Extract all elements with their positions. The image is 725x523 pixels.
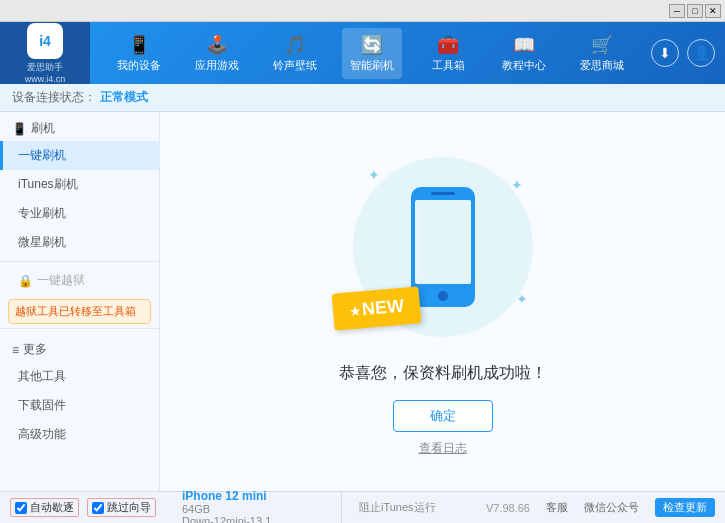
logo[interactable]: i4 爱思助手 www.i4.cn [0,22,90,84]
smart-flash-icon: 🔄 [361,34,383,56]
svg-point-3 [438,291,448,301]
bottom-right: V7.98.66 客服 微信公众号 检查更新 [486,498,715,517]
jailbreak-label: 一键越狱 [37,272,85,289]
success-message: 恭喜您，保资料刷机成功啦！ [339,363,547,384]
sidebar-item-other-tools[interactable]: 其他工具 [0,362,159,391]
tutorials-label: 教程中心 [502,58,546,73]
sidebar-divider-1 [0,261,159,262]
one-click-flash-label: 一键刷机 [18,148,66,162]
svg-rect-1 [415,200,471,284]
sparkle-3: ✦ [516,291,528,307]
my-device-label: 我的设备 [117,58,161,73]
nav-item-smart-flash[interactable]: 🔄 智能刷机 [342,28,402,79]
nav-bar: 📱 我的设备 🕹️ 应用游戏 🎵 铃声壁纸 🔄 智能刷机 🧰 工具箱 📖 教程中… [90,28,651,79]
new-badge: NEW [331,286,421,330]
logo-url: www.i4.cn [25,74,66,84]
nav-item-ringtones[interactable]: 🎵 铃声壁纸 [265,28,325,79]
store-icon: 🛒 [591,34,613,56]
jailbreak-notice: 越狱工具已转移至工具箱 [8,299,151,324]
logo-icon: i4 [27,23,63,59]
auto-dismiss-checkbox[interactable]: 自动歇逐 [10,498,79,517]
header-right: ⬇ 👤 [651,39,725,67]
tools-icon: 🧰 [437,34,459,56]
flash-section-icon: 📱 [12,122,27,136]
sidebar-divider-2 [0,328,159,329]
download-firmware-label: 下载固件 [18,398,66,412]
logo-brand: 爱思助手 [27,61,63,74]
tutorials-icon: 📖 [513,34,535,56]
skip-wizard-input[interactable] [92,502,104,514]
sidebar-section-flash: 📱 刷机 [0,112,159,141]
success-illustration: NEW ✦ ✦ ✦ [343,147,543,347]
window-controls[interactable]: ─ □ ✕ [669,4,721,18]
check-update-button[interactable]: 检查更新 [655,498,715,517]
sidebar-item-recovery-flash[interactable]: 微星刷机 [0,228,159,257]
ringtones-icon: 🎵 [284,34,306,56]
bottom-bar: 自动歇逐 跳过向导 iPhone 12 mini 64GB Down-12min… [0,491,725,523]
sidebar-item-download-firmware[interactable]: 下载固件 [0,391,159,420]
store-label: 爱思商城 [580,58,624,73]
advanced-label: 高级功能 [18,427,66,441]
status-bar: 设备连接状态： 正常模式 [0,84,725,112]
svg-rect-2 [431,192,455,195]
user-button[interactable]: 👤 [687,39,715,67]
main-layout: 📱 刷机 一键刷机 iTunes刷机 专业刷机 微星刷机 🔒 一键越狱 越狱工具… [0,112,725,491]
nav-item-tools[interactable]: 🧰 工具箱 [420,28,476,79]
skip-wizard-label: 跳过向导 [107,500,151,515]
device-storage: 64GB [182,503,331,515]
download-button[interactable]: ⬇ [651,39,679,67]
apps-games-label: 应用游戏 [195,58,239,73]
flash-section-title: 刷机 [31,120,55,137]
itunes-flash-label: iTunes刷机 [18,177,78,191]
sparkle-1: ✦ [368,167,380,183]
sidebar: 📱 刷机 一键刷机 iTunes刷机 专业刷机 微星刷机 🔒 一键越狱 越狱工具… [0,112,160,491]
view-log-link[interactable]: 查看日志 [419,440,467,457]
header: i4 爱思助手 www.i4.cn 📱 我的设备 🕹️ 应用游戏 🎵 铃声壁纸 … [0,22,725,84]
sidebar-item-advanced[interactable]: 高级功能 [0,420,159,449]
tools-label: 工具箱 [432,58,465,73]
nav-item-store[interactable]: 🛒 爱思商城 [572,28,632,79]
device-firmware: Down-12mini-13,1 [182,515,331,524]
other-tools-label: 其他工具 [18,369,66,383]
minimize-button[interactable]: ─ [669,4,685,18]
bottom-checkboxes: 自动歇逐 跳过向导 [10,498,170,517]
sparkle-2: ✦ [511,177,523,193]
close-button[interactable]: ✕ [705,4,721,18]
lock-icon: 🔒 [18,274,33,288]
stop-itunes-button[interactable]: 阻止iTunes运行 [359,500,436,515]
wechat-link[interactable]: 微信公众号 [584,500,639,515]
auto-dismiss-input[interactable] [15,502,27,514]
title-bar: ─ □ ✕ [0,0,725,22]
confirm-button[interactable]: 确定 [393,400,493,432]
smart-flash-label: 智能刷机 [350,58,394,73]
skip-wizard-checkbox[interactable]: 跳过向导 [87,498,156,517]
nav-item-tutorials[interactable]: 📖 教程中心 [494,28,554,79]
customer-service-link[interactable]: 客服 [546,500,568,515]
auto-dismiss-label: 自动歇逐 [30,500,74,515]
device-info: iPhone 12 mini 64GB Down-12mini-13,1 [182,489,342,524]
nav-item-apps-games[interactable]: 🕹️ 应用游戏 [187,28,247,79]
sidebar-item-one-click-flash[interactable]: 一键刷机 [0,141,159,170]
sidebar-item-itunes-flash[interactable]: iTunes刷机 [0,170,159,199]
more-section-title: 更多 [23,341,47,358]
bottom-center: 阻止iTunes运行 [359,500,474,515]
apps-games-icon: 🕹️ [206,34,228,56]
nav-item-my-device[interactable]: 📱 我的设备 [109,28,169,79]
sidebar-jailbreak-disabled: 🔒 一键越狱 [0,266,159,295]
sidebar-item-pro-flash[interactable]: 专业刷机 [0,199,159,228]
status-value: 正常模式 [100,89,148,106]
jailbreak-notice-text: 越狱工具已转移至工具箱 [15,305,136,317]
maximize-button[interactable]: □ [687,4,703,18]
content-area: NEW ✦ ✦ ✦ 恭喜您，保资料刷机成功啦！ 确定 查看日志 [160,112,725,491]
version-label: V7.98.66 [486,502,530,514]
my-device-icon: 📱 [128,34,150,56]
pro-flash-label: 专业刷机 [18,206,66,220]
ringtones-label: 铃声壁纸 [273,58,317,73]
status-label: 设备连接状态： [12,89,96,106]
logo-text: i4 [39,33,51,49]
more-section-icon: ≡ [12,343,19,357]
recovery-flash-label: 微星刷机 [18,235,66,249]
sidebar-section-more: ≡ 更多 [0,333,159,362]
